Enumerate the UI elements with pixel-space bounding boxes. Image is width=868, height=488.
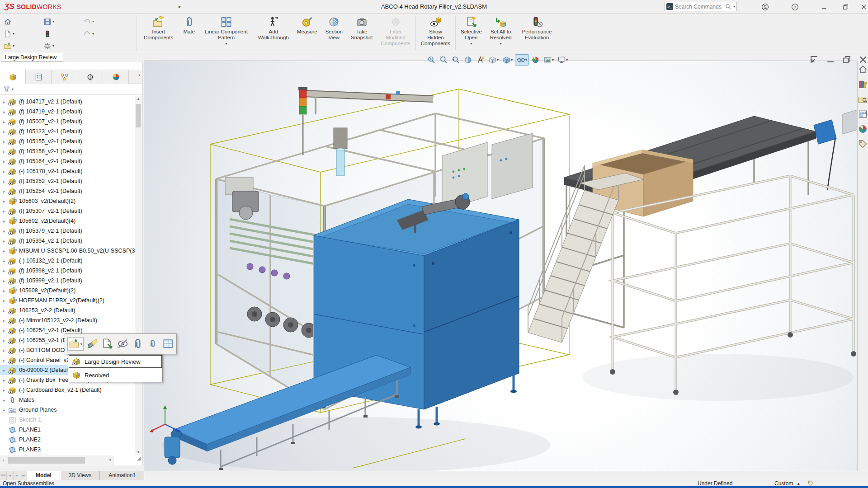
- task-pane-resources-tab[interactable]: [858, 64, 868, 75]
- panel-expand-chevron[interactable]: »: [108, 457, 111, 462]
- panel-tab-properties[interactable]: [26, 70, 52, 84]
- expand-arrow[interactable]: ▸: [0, 288, 8, 293]
- expand-arrow[interactable]: ▸: [0, 278, 8, 283]
- panel-tab-configurations[interactable]: [52, 70, 77, 84]
- scroll-up-arrow[interactable]: ▲: [136, 97, 141, 101]
- hscrollbar-thumb[interactable]: [8, 457, 85, 464]
- expand-arrow[interactable]: ▸: [0, 219, 8, 224]
- tree-item[interactable]: ▸(f) 105156_v2-1 (Default): [0, 146, 134, 156]
- expand-arrow[interactable]: ▸: [0, 408, 8, 413]
- tag-icon[interactable]: [807, 480, 814, 487]
- set-resolved-button[interactable]: Set All to Resolved▾: [486, 14, 516, 52]
- context-mate-button[interactable]: [132, 338, 144, 350]
- section-button[interactable]: Section View: [321, 14, 347, 52]
- traffic-button[interactable]: [43, 30, 83, 38]
- dropdown-arrow[interactable]: ▾: [497, 58, 499, 62]
- context-menu-item[interactable]: Large Design Review: [68, 355, 162, 368]
- context-menu-item[interactable]: Resolved: [68, 368, 162, 382]
- dropdown-arrow[interactable]: ▾: [80, 342, 82, 346]
- tree-item[interactable]: ▸Ground Planes: [0, 405, 134, 415]
- zoom-area-button[interactable]: [438, 55, 449, 65]
- filter-dropdown-arrow[interactable]: ▾: [12, 87, 14, 91]
- tree-item[interactable]: ▸(-) Mirror105123_v2-2 (Default): [0, 315, 134, 325]
- hide-show-button[interactable]: ▾: [515, 54, 529, 66]
- expand-arrow[interactable]: ▸: [0, 139, 8, 144]
- tab-nav-next-button[interactable]: ▸: [14, 471, 20, 480]
- dropdown-arrow[interactable]: ▾: [52, 44, 54, 48]
- tree-item[interactable]: ▸(f) 105252_v2-1 (Default): [0, 176, 134, 186]
- tree-item[interactable]: ▸(f) 105155_v2-1 (Default): [0, 136, 134, 146]
- context-eye-slash-button[interactable]: [117, 338, 129, 350]
- context-grid-button[interactable]: [162, 338, 174, 350]
- context-clip2-button[interactable]: [146, 338, 159, 350]
- tree-item[interactable]: ▸105602_v2(Default)(4): [0, 216, 134, 226]
- tree-item[interactable]: ▸(f) 105007_v2-1 (Default): [0, 117, 134, 127]
- selective-open-button[interactable]: Selective Open▾: [457, 14, 486, 52]
- panel-tab-dimxpert[interactable]: [77, 70, 103, 84]
- tree-item[interactable]: ▸105603_v2(Default)(2): [0, 196, 134, 206]
- status-units-selector[interactable]: Custom ▲: [774, 480, 800, 487]
- dropdown-arrow[interactable]: ▾: [500, 42, 502, 46]
- dropdown-arrow[interactable]: ▾: [226, 42, 227, 46]
- restore-button[interactable]: [840, 1, 851, 12]
- expand-arrow[interactable]: ▸: [0, 378, 8, 383]
- search-dropdown-arrow[interactable]: ▾: [733, 5, 735, 9]
- expand-arrow[interactable]: ▸: [0, 268, 8, 273]
- expand-arrow[interactable]: ▸: [0, 159, 8, 164]
- tree-scrollbar-thumb[interactable]: [136, 104, 141, 127]
- viewport-restore-button[interactable]: [842, 55, 852, 65]
- tree-item[interactable]: ▸(f) 105254_v2-1 (Default): [0, 186, 134, 196]
- panel-tabs-overflow-chevron[interactable]: ›: [138, 72, 140, 78]
- tab-large-design-review[interactable]: Large Design Review: [1, 53, 63, 62]
- 3d-scene[interactable]: [144, 61, 857, 472]
- annot-button[interactable]: [475, 55, 486, 65]
- graphics-viewport[interactable]: [144, 61, 857, 472]
- expand-arrow[interactable]: ▸: [0, 398, 8, 403]
- minimize-button[interactable]: [818, 1, 829, 12]
- panel-tab-featuremanager[interactable]: [0, 70, 26, 84]
- help-icon[interactable]: ?: [789, 1, 800, 12]
- tree-item[interactable]: ▸(f) 104719_v2-1 (Default): [0, 107, 134, 117]
- expand-arrow[interactable]: ▸: [0, 239, 8, 244]
- task-pane-view-palette-tab[interactable]: [858, 109, 868, 119]
- redo-button[interactable]: ▾: [83, 30, 123, 38]
- expand-arrow[interactable]: ▸: [0, 308, 8, 313]
- mate-button[interactable]: Mate: [177, 14, 201, 52]
- expand-arrow[interactable]: ▸: [0, 169, 8, 174]
- scroll-left-arrow[interactable]: ‹: [0, 458, 7, 463]
- tree-item[interactable]: ▸HOFFMAN E1PBX_v2(Default)(2): [0, 296, 134, 305]
- context-doc-green-button[interactable]: [101, 338, 113, 350]
- tree-item[interactable]: ▸(f) 105999_v2-1 (Default): [0, 276, 134, 286]
- tree-item[interactable]: ▸105608_v2(Default)(2): [0, 286, 134, 296]
- undo-button[interactable]: ▾: [83, 18, 123, 26]
- linear-pattern-button[interactable]: Linear Component Pattern▾: [201, 14, 252, 52]
- account-icon[interactable]: [760, 1, 770, 12]
- tree-item[interactable]: ▸Mates: [0, 395, 134, 405]
- tree-item[interactable]: ▸(-) 105132_v2-1 (Default): [0, 256, 134, 266]
- tree-item[interactable]: ▸(f) 105379_v2-1 (Default): [0, 226, 134, 236]
- tree-item[interactable]: ▸MISUMI U-SSCSP1.00-B0.50_v2(U-SSCSP(304…: [0, 246, 134, 256]
- expand-arrow[interactable]: ▸: [0, 209, 8, 214]
- tree-item[interactable]: ▸(f) 105394_v2-1 (Default): [0, 236, 134, 246]
- expand-arrow[interactable]: ▸: [0, 149, 8, 154]
- tree-item[interactable]: ▸(f) 104717_v2-1 (Default): [0, 97, 134, 107]
- zoom-fit-button[interactable]: [426, 55, 437, 65]
- gear-button[interactable]: ▾: [43, 42, 83, 50]
- expand-arrow[interactable]: ▸: [0, 189, 8, 194]
- scroll-down-arrow[interactable]: ▼: [136, 450, 141, 454]
- tab-nav-first-button[interactable]: ⏮: [0, 471, 7, 480]
- new-doc-button[interactable]: ▾: [4, 30, 43, 38]
- open-doc-button[interactable]: ▾: [4, 42, 43, 50]
- expand-arrow[interactable]: ▸: [0, 179, 8, 184]
- measure-button[interactable]: Measure: [293, 14, 321, 52]
- expand-arrow[interactable]: ▸: [0, 358, 8, 363]
- perf-eval-button[interactable]: Performance Evaluation: [518, 14, 556, 52]
- scene-button[interactable]: ▾: [542, 55, 555, 65]
- search-scope-icon[interactable]: >_: [666, 3, 673, 10]
- display-style-button[interactable]: ▾: [501, 55, 514, 65]
- tree-vertical-scrollbar[interactable]: [135, 96, 142, 455]
- task-pane-design-library-tab[interactable]: [858, 79, 868, 89]
- tree-item[interactable]: ▸(f) 105164_v2-1 (Default): [0, 156, 134, 166]
- expand-arrow[interactable]: ▸: [0, 328, 8, 333]
- tree-item[interactable]: ▸106253_v2-2 (Default): [0, 305, 134, 315]
